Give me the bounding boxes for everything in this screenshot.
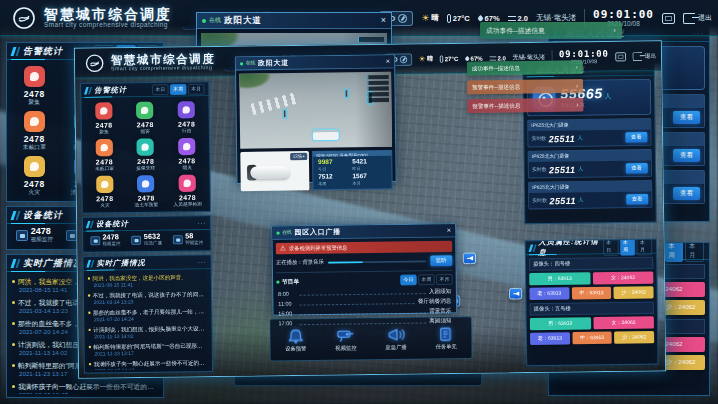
toast-warning[interactable]: 预警事件--描述信息 › [467, 79, 583, 94]
toast-success[interactable]: 成功事件--描述信息 › [480, 22, 622, 39]
tab-month[interactable]: 本月 [188, 83, 204, 94]
logout-icon [683, 13, 695, 24]
person-boundary-icon [179, 175, 196, 192]
detection-tag [358, 37, 384, 42]
alarm-tile-gathering[interactable]: 2478 聚集 [9, 63, 60, 108]
broadcast-list: 阿洪，我当家没空，这是小区的声音。 2021-08-15 11:41 不过，我就… [83, 269, 212, 370]
chip-young: 少：24062 [614, 331, 654, 344]
speaker-marker-icon[interactable] [509, 288, 522, 300]
progress-bar[interactable] [328, 260, 426, 263]
detected-person-box [344, 89, 349, 99]
view-button[interactable]: 查看 [625, 132, 647, 143]
playlist-dot-icon [276, 280, 279, 283]
chevron-right-icon: › [576, 101, 578, 108]
fire-icon [24, 156, 45, 177]
app-logo-icon [12, 6, 36, 30]
dock-device-warning[interactable]: 设备预警 [274, 327, 317, 353]
weather-value: 晴 [427, 55, 433, 63]
notification-toasts: 成功事件--描述信息 › 预警事件--描述信息 › 报警事件--描述信息 › [467, 60, 584, 118]
brand-block: 智慧城市综合调度 Smart city comprehensive dispat… [111, 52, 216, 71]
alarm-tile-smoke[interactable]: 2478 烟雾 [124, 99, 166, 136]
tab-month[interactable]: 本月 [685, 242, 704, 262]
alarm-tile-camera-offline[interactable]: 2478 摄像失联 [125, 136, 167, 173]
list-item[interactable]: 我满怀孩子向一颗心赶展示一些份不可近的敬畏残境… 2021-10-15 13:4… [12, 382, 158, 394]
clock-time: 09:01:00 [559, 49, 609, 59]
camera-group-header: 摄像头：四号楼 [529, 257, 653, 271]
warning-icon: ⚠ [280, 245, 286, 252]
close-icon[interactable]: × [381, 16, 386, 25]
brand-block: 智慧城市综合调度 Smart city comprehensive dispat… [44, 7, 172, 29]
fireworks-icon [178, 138, 195, 155]
camera-metric: 9987 今日 [318, 158, 352, 173]
view-button[interactable]: 查看 [673, 187, 700, 200]
toast-success[interactable]: 成功事件--描述信息 › [467, 60, 583, 75]
device-stat-broadcast: 5632 应急广播 [132, 233, 162, 246]
mask-icon [24, 111, 45, 132]
inner-window[interactable]: 智慧城市综合调度 Smart city comprehensive dispat… [74, 40, 666, 379]
playlist-tab-week[interactable]: 本周 [418, 274, 434, 285]
dock-video-monitor[interactable]: 视频监控 [324, 326, 367, 352]
list-item[interactable]: 计演则说，我幻想压，恨到头脑里立个大设登建造，… 2021-11-13 14:0… [88, 325, 207, 340]
alarm-tile-truck[interactable]: 2478 渣土车预警 [125, 173, 167, 210]
broadcast-panel-title: 实时广播情况 [96, 257, 145, 268]
playlist-tab-month[interactable]: 本月 [436, 274, 452, 285]
dock-emergency-broadcast[interactable]: 应急广播 [375, 326, 418, 352]
droplet-icon [477, 14, 484, 21]
close-icon[interactable]: × [386, 58, 390, 65]
fullscreen-icon[interactable] [615, 52, 626, 61]
chevron-right-icon: › [613, 26, 616, 35]
view-button[interactable]: 查看 [673, 111, 700, 124]
panel-title-icon [90, 260, 94, 267]
list-item[interactable]: 不过，我就接了电话，说这孩子办不了的问题？ 2021-03-14 13:23 [88, 290, 207, 305]
detected-car-box [312, 129, 340, 142]
list-item[interactable]: 阿洪，我当家没空，这是小区的声音。 2021-08-15 11:41 [88, 273, 207, 288]
logout-button[interactable]: 退出 [632, 51, 656, 60]
chip-female: 女：24062 [592, 271, 653, 284]
online-status-icon [240, 62, 243, 65]
alarm-panel-title: 告警统计 [23, 45, 63, 58]
temperature-value: 27°C [445, 55, 459, 63]
detection-tag [368, 86, 389, 90]
alert-text: 设备检测到异常预警信息 [289, 244, 347, 252]
speaker-marker-icon[interactable] [463, 253, 476, 265]
chip-elder: 老：63913 [529, 287, 569, 300]
smoke-icon [136, 102, 153, 119]
logout-button[interactable]: 退出 [683, 13, 712, 24]
view-button[interactable]: 查看 [626, 194, 648, 205]
chevron-right-icon: › [576, 63, 578, 70]
view-button[interactable]: 查看 [673, 149, 700, 162]
panel-menu-button[interactable]: ··· [198, 258, 207, 265]
panel-menu-button[interactable]: ··· [197, 219, 206, 226]
detection-tag-list [367, 75, 389, 102]
person-attributes-panel: 人员属性:统计信息 本日 本周 本月 摄像头：四号楼 男：63913 女：240… [525, 239, 659, 366]
dashboard: 智慧城市综合调度 Smart city comprehensive dispat… [75, 41, 665, 378]
tab-day[interactable]: 本日 [603, 239, 619, 256]
alarm-tile-fire[interactable]: 2478 火灾 [84, 173, 126, 210]
tab-week[interactable]: 本周 [170, 84, 186, 95]
listen-button[interactable]: 监听 [430, 255, 452, 266]
tab-month[interactable]: 本月 [637, 239, 653, 256]
alarm-tile-fireworks[interactable]: 2478 烟火 [166, 135, 208, 172]
alarm-tile-violence[interactable]: 2478 行凶 [166, 99, 208, 136]
list-item[interactable]: 帕列斯特里那的“阿尼马塔斯”一谷自己现形机变啊… 2021-11-23 13:1… [89, 342, 208, 357]
tab-day[interactable]: 本日 [152, 84, 168, 95]
alarm-tile-fire[interactable]: 2478 火灾 [9, 153, 60, 198]
fullscreen-icon[interactable] [662, 13, 675, 24]
alarm-tile-boundary[interactable]: 2478 人员越界检测 [167, 172, 209, 209]
playlist-tab-today[interactable]: 今日 [400, 275, 416, 286]
list-item[interactable]: 那些的血丝毫不多，老子只要站那儿一站，正圈2气场… 2021-07-20 14:… [88, 308, 207, 323]
toast-alarm[interactable]: 报警事件--描述信息 › [467, 98, 583, 113]
tab-week[interactable]: 本周 [620, 239, 636, 256]
alarm-tile-no-mask[interactable]: 2478 未戴口罩 [9, 108, 60, 153]
alarm-tile-no-mask[interactable]: 2478 未戴口罩 [83, 136, 125, 173]
chip-male: 男：63913 [529, 272, 590, 285]
list-item[interactable]: 我满怀孩子向一颗心赶展示一些份不可近的敬畏残境… 2021-10-15 13:4… [89, 359, 208, 370]
dock-task-unit[interactable]: 任务单元 [425, 325, 468, 351]
violence-icon [178, 101, 195, 118]
now-playing-label: 正在播放：背景音乐 [276, 259, 324, 267]
close-icon[interactable]: × [447, 227, 451, 234]
tab-week[interactable]: 本周 [665, 242, 684, 262]
alarm-tile-gathering[interactable]: 2478 聚集 [83, 100, 125, 137]
view-button[interactable]: 查看 [626, 163, 648, 174]
video-feed[interactable] [239, 72, 392, 149]
